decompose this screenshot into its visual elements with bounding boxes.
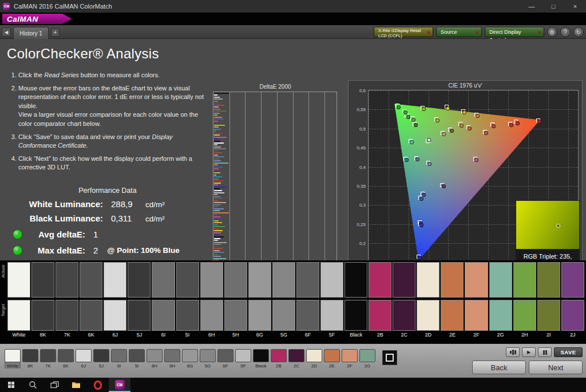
deltae-bar[interactable] [214, 172, 220, 173]
cie-measured-point[interactable] [476, 114, 480, 118]
deltae-bar[interactable] [214, 248, 223, 249]
deltae-bar[interactable] [214, 242, 227, 243]
deltae-bar[interactable] [214, 144, 217, 145]
deltae-bar[interactable] [214, 192, 224, 193]
deltae-bar[interactable] [214, 117, 222, 118]
read-series-button[interactable]: ▶ [522, 347, 536, 357]
tab-history-1[interactable]: History 1 [13, 27, 49, 39]
deltae-bar[interactable] [214, 246, 217, 247]
deltae-bar[interactable] [214, 220, 219, 221]
cie-measured-point[interactable] [406, 115, 410, 119]
deltae-bar[interactable] [214, 188, 220, 189]
cie-measured-point[interactable] [415, 157, 419, 161]
cie-measured-point[interactable] [419, 197, 423, 201]
cie-measured-point[interactable] [484, 131, 488, 135]
deltae-bar[interactable] [214, 118, 224, 120]
patch-button-5f[interactable]: 5F [235, 349, 251, 369]
patch-button-2c[interactable]: 2C [288, 349, 304, 369]
deltae-bar[interactable] [214, 134, 220, 136]
deltae-bar[interactable] [214, 106, 219, 108]
cie-measured-point[interactable] [442, 184, 446, 188]
patch-button-5h[interactable]: 5H [164, 349, 180, 369]
pattern-window-button[interactable] [382, 350, 397, 365]
settings-button[interactable]: ⚙ [547, 27, 557, 37]
deltae-bar[interactable] [214, 250, 220, 251]
cie-measured-point[interactable] [427, 138, 431, 142]
patch-button-8k[interactable]: 8K [22, 349, 38, 369]
patch-button-2g[interactable]: 2G [359, 349, 375, 369]
deltae-bar[interactable] [214, 198, 223, 199]
deltae-bar[interactable] [214, 102, 221, 104]
deltae-bar[interactable] [214, 109, 220, 110]
deltae-bar[interactable] [214, 163, 228, 164]
deltae-bar[interactable] [214, 101, 218, 102]
next-button[interactable]: Next [529, 361, 583, 374]
deltae-bar[interactable] [214, 238, 220, 239]
cie-measured-point[interactable] [435, 118, 440, 122]
deltae-bar[interactable] [214, 196, 220, 197]
deltae-bar[interactable] [214, 171, 225, 172]
patch-button-6f[interactable]: 6F [217, 349, 233, 369]
cie-measured-point[interactable] [516, 121, 520, 125]
deltae-bar[interactable] [214, 155, 218, 156]
deltae-bar[interactable] [214, 210, 220, 211]
deltae-bar[interactable] [214, 151, 219, 152]
deltae-bar[interactable] [214, 254, 218, 255]
deltae-bar[interactable] [214, 214, 217, 215]
deltae-bar[interactable] [214, 208, 224, 209]
file-explorer-button[interactable] [65, 378, 87, 392]
deltae-bar[interactable] [214, 168, 219, 169]
deltae-bar[interactable] [214, 234, 219, 235]
deltae-bar[interactable] [214, 200, 219, 201]
patch-button-6h[interactable]: 6H [146, 349, 163, 369]
deltae-bar[interactable] [214, 179, 219, 180]
patch-button-2b[interactable]: 2B [271, 349, 287, 369]
deltae-bar[interactable] [214, 97, 220, 98]
deltae-bar[interactable] [214, 230, 223, 231]
deltae-bar[interactable] [214, 114, 217, 116]
patch-button-white[interactable]: White [5, 349, 21, 369]
add-tab-button[interactable]: + [51, 28, 60, 37]
patch-button-2e[interactable]: 2E [324, 349, 340, 369]
cie-measured-point[interactable] [468, 126, 472, 130]
source-dropdown[interactable]: Source [436, 27, 482, 37]
deltae-bar[interactable] [214, 94, 217, 96]
deltae-bar[interactable] [214, 224, 218, 225]
deltae-bar[interactable] [214, 164, 218, 165]
deltae-bar[interactable] [214, 126, 219, 128]
deltae-bar[interactable] [214, 232, 221, 233]
cie-measured-point[interactable] [422, 193, 426, 197]
deltae-bar[interactable] [214, 252, 224, 253]
deltae-bar[interactable] [214, 146, 221, 148]
deltae-bar[interactable] [214, 152, 222, 153]
deltae-bar[interactable] [214, 183, 221, 184]
patch-button-6i[interactable]: 6I [111, 349, 127, 369]
deltae-bar[interactable] [214, 121, 218, 122]
cie-measured-point[interactable] [397, 105, 401, 109]
deltae-bar[interactable] [214, 133, 223, 134]
deltae-bar[interactable] [214, 206, 218, 207]
deltae-bar[interactable] [214, 194, 217, 195]
deltae-bar[interactable] [214, 240, 218, 241]
back-button[interactable]: Back [472, 361, 526, 374]
cie-measured-point[interactable] [509, 123, 513, 127]
cie-measured-point[interactable] [418, 256, 422, 260]
task-view-button[interactable] [43, 378, 65, 392]
refresh-button[interactable]: ↻ [573, 27, 584, 37]
levels-button[interactable] [506, 347, 520, 357]
deltae-bar[interactable] [214, 105, 224, 106]
deltae-bar[interactable] [214, 187, 227, 188]
deltae-bar[interactable] [214, 167, 223, 168]
deltae-bar[interactable] [214, 122, 220, 124]
deltae-bar[interactable] [214, 93, 229, 94]
deltae-bar[interactable] [214, 190, 222, 191]
save-button[interactable]: SAVE [554, 347, 583, 357]
patch-button-black[interactable]: Black [253, 349, 269, 369]
deltae-bar[interactable] [214, 180, 224, 181]
deltae-bar[interactable] [214, 110, 226, 112]
deltae-bar[interactable] [214, 256, 221, 257]
cie-measured-point[interactable] [442, 132, 446, 136]
history-back-button[interactable]: ◀ [2, 27, 11, 37]
deltae-bar[interactable] [214, 125, 225, 126]
deltae-bar[interactable] [214, 175, 216, 176]
